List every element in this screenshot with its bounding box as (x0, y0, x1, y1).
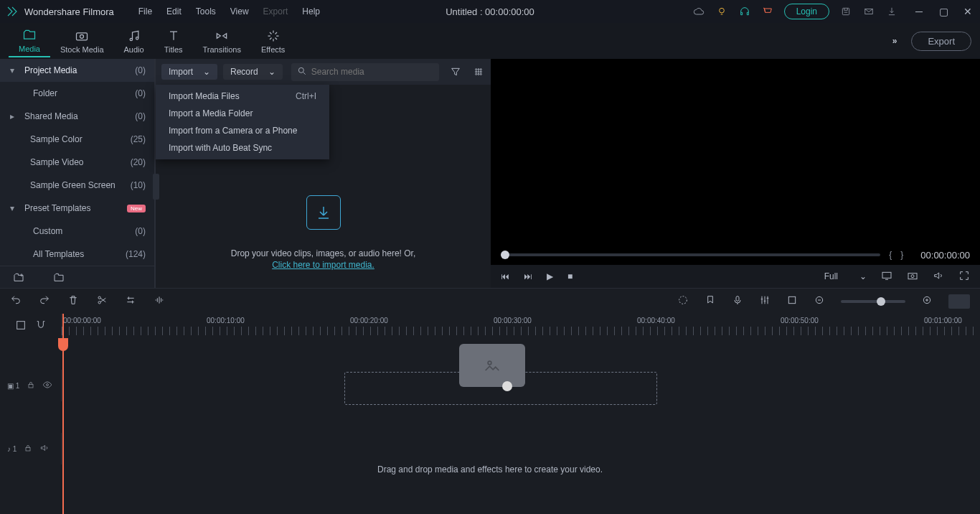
sidebar-item-folder[interactable]: Folder(0) (0, 82, 154, 105)
preview-controls: ⏮ ⏭ ▶ ■ Full⌄ (491, 265, 980, 288)
next-frame-icon[interactable]: ⏭ (524, 271, 532, 281)
audio-track-body[interactable] (62, 433, 980, 464)
menu-edit[interactable]: Edit (159, 4, 189, 19)
sidebar-item-preset-templates[interactable]: ▾Preset TemplatesNew (0, 197, 154, 220)
fullscreen-icon[interactable] (958, 270, 970, 284)
record-dropdown[interactable]: Record⌄ (223, 64, 283, 80)
mark-out-icon[interactable]: } (900, 250, 903, 260)
sidebar-item-project-media[interactable]: ▾Project Media(0) (0, 59, 154, 82)
audio-wave-icon[interactable] (154, 294, 165, 308)
tab-effects[interactable]: Effects (251, 25, 295, 57)
zoom-out-icon[interactable] (814, 294, 825, 308)
media-dropzone[interactable]: Drop your video clips, images, or audio … (156, 195, 491, 270)
grid-view-icon[interactable] (472, 66, 485, 78)
tool-tabs: Media Stock Media Audio Titles Transitio… (0, 23, 980, 59)
speaker-icon[interactable] (39, 443, 50, 454)
chevron-down-icon: ⌄ (203, 67, 210, 77)
transition-icon (214, 28, 230, 44)
save-icon[interactable] (839, 5, 852, 18)
lock-icon[interactable] (27, 380, 35, 391)
timeline-navigator[interactable] (948, 294, 970, 309)
tab-media[interactable]: Media (9, 24, 50, 57)
import-from-camera[interactable]: Import from a Camera or a Phone (156, 122, 329, 139)
stop-icon[interactable]: ■ (567, 271, 573, 281)
menu-view[interactable]: View (223, 4, 256, 19)
sidebar-item-sample-green-screen[interactable]: Sample Green Screen(10) (0, 174, 154, 197)
snapshot-icon[interactable] (907, 270, 918, 284)
menu-file[interactable]: File (131, 4, 159, 19)
svg-point-7 (478, 69, 479, 70)
tab-titles[interactable]: Titles (154, 25, 193, 57)
search-input[interactable] (311, 67, 433, 77)
svg-point-9 (476, 71, 477, 73)
svg-point-20 (679, 296, 687, 304)
sidebar-item-sample-video[interactable]: Sample Video(20) (0, 151, 154, 174)
volume-icon[interactable] (933, 270, 944, 284)
music-icon (126, 28, 142, 44)
dragging-media-thumbnail[interactable] (459, 344, 525, 387)
fit-dropdown[interactable]: Full⌄ (824, 271, 867, 281)
headset-icon[interactable] (738, 5, 751, 18)
playhead[interactable] (62, 314, 64, 514)
scrub-bar[interactable] (501, 253, 880, 256)
delete-icon[interactable] (67, 294, 79, 308)
adjust-icon[interactable] (125, 294, 136, 308)
play-icon[interactable]: ▶ (547, 271, 553, 281)
lock-icon[interactable] (24, 444, 32, 454)
zoom-handle[interactable] (877, 297, 885, 306)
redo-icon[interactable] (39, 294, 50, 308)
menu-tools[interactable]: Tools (189, 4, 223, 19)
minimize-button[interactable]: ─ (913, 6, 925, 17)
import-auto-beat-sync[interactable]: Import with Auto Beat Sync (156, 139, 329, 156)
video-track-body[interactable] (62, 370, 980, 401)
filter-icon[interactable] (449, 66, 462, 78)
sidebar-item-shared-media[interactable]: ▸Shared Media(0) (0, 105, 154, 128)
sidebar-item-all-templates[interactable]: All Templates(124) (0, 243, 154, 266)
split-icon[interactable] (96, 294, 108, 308)
tabs-more-icon[interactable]: » (892, 36, 897, 46)
menu-export[interactable]: Export (256, 4, 296, 19)
mixer-icon[interactable] (759, 294, 771, 308)
sidebar-item-sample-color[interactable]: Sample Color(25) (0, 128, 154, 151)
maximize-button[interactable]: ▢ (937, 6, 950, 17)
search-media[interactable] (291, 63, 439, 81)
track-label: ♪ 1 (7, 445, 17, 453)
render-icon[interactable] (677, 294, 689, 308)
import-media-folder[interactable]: Import a Media Folder (156, 105, 329, 122)
download-icon[interactable] (885, 5, 898, 18)
import-dropdown[interactable]: Import⌄ (161, 64, 217, 80)
timeline-options-icon[interactable] (15, 319, 27, 333)
svg-point-28 (488, 361, 491, 365)
export-button[interactable]: Export (911, 32, 971, 51)
voiceover-icon[interactable] (732, 294, 743, 308)
menu-help[interactable]: Help (295, 4, 327, 19)
mail-icon[interactable] (862, 5, 875, 18)
marker-icon[interactable] (705, 294, 716, 308)
cloud-icon[interactable] (692, 5, 705, 18)
undo-icon[interactable] (10, 294, 22, 308)
folder-icon[interactable] (53, 271, 65, 285)
close-button[interactable]: ✕ (961, 6, 974, 17)
magnet-icon[interactable] (35, 319, 47, 333)
zoom-slider[interactable] (841, 300, 905, 303)
cart-icon[interactable] (761, 5, 774, 18)
lightbulb-icon[interactable] (715, 5, 728, 18)
zoom-in-icon[interactable] (921, 294, 933, 308)
import-media-link[interactable]: Click here to import media. (272, 260, 374, 270)
sidebar-item-custom[interactable]: Custom(0) (0, 220, 154, 243)
timeline-ruler[interactable]: 00:00:00:00 00:00:10:00 00:00:20:00 00:0… (62, 314, 980, 338)
preview-area: { } 00:00:00:00 ⏮ ⏭ ▶ ■ Full⌄ (491, 59, 980, 288)
crop-icon[interactable] (786, 294, 798, 308)
tab-transitions[interactable]: Transitions (193, 25, 251, 57)
tab-audio[interactable]: Audio (114, 25, 154, 57)
import-media-files[interactable]: Import Media FilesCtrl+I (156, 88, 329, 105)
eye-icon[interactable] (42, 380, 52, 391)
display-icon[interactable] (881, 270, 892, 284)
scrub-handle[interactable] (501, 251, 509, 259)
login-button[interactable]: Login (784, 4, 829, 19)
svg-point-12 (476, 73, 477, 75)
new-folder-icon[interactable] (13, 271, 24, 285)
mark-in-icon[interactable]: { (889, 250, 892, 260)
tab-stock-media[interactable]: Stock Media (50, 25, 114, 57)
prev-frame-icon[interactable]: ⏮ (501, 271, 509, 281)
